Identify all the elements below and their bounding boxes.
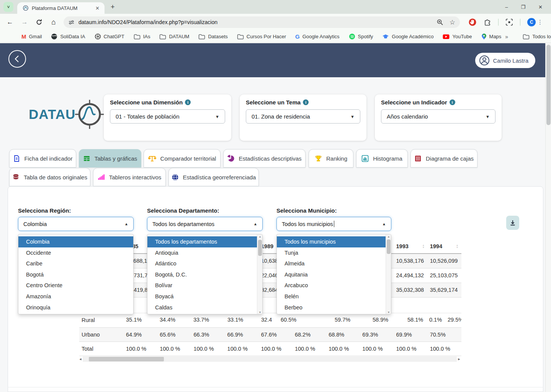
- scroll-down-icon[interactable]: ▼: [386, 310, 391, 314]
- chevron-up-icon: ▲: [382, 222, 386, 226]
- scroll-up-icon[interactable]: ▲: [386, 234, 391, 239]
- back-button[interactable]: [8, 50, 26, 68]
- dropdown-option[interactable]: Caldas: [147, 302, 262, 313]
- dropdown-option[interactable]: Colombia: [18, 236, 133, 247]
- all-bookmarks-button[interactable]: Todos los marcadores: [523, 34, 551, 40]
- tab-close-icon[interactable]: ✕: [94, 5, 101, 11]
- info-icon[interactable]: i: [303, 99, 309, 105]
- region-select[interactable]: Colombia▲: [18, 217, 134, 231]
- table-cell: 100.0 %: [225, 342, 259, 356]
- bookmark-youtube[interactable]: YouTube: [443, 34, 472, 39]
- dropdown-option[interactable]: Arcabuco: [277, 280, 391, 291]
- tema-select[interactable]: 01. Zona de residencia▼: [246, 109, 360, 124]
- scroll-up-icon[interactable]: ▲: [257, 234, 263, 239]
- dropdown-option[interactable]: Bolívar: [147, 280, 262, 291]
- bookmark-scholar[interactable]: Google Académico: [382, 34, 433, 39]
- tab-estadisticas-descriptivas[interactable]: Estadísticas descriptivas: [223, 149, 306, 168]
- dropdown-option[interactable]: Caribe: [18, 258, 133, 269]
- bookmark-folder-dataum[interactable]: DATAUM: [159, 34, 189, 40]
- bookmark-folder-ias[interactable]: IAs: [134, 34, 150, 40]
- tab-estadistica-georreferenciada[interactable]: Estadística georreferenciada: [168, 168, 259, 186]
- browser-tab[interactable]: Plataforma DATAUM ✕: [17, 2, 105, 14]
- page-scrollbar-thumb[interactable]: [546, 45, 551, 125]
- dropdown-scrollbar[interactable]: ▲▼: [386, 234, 391, 314]
- bookmark-analytics[interactable]: GGoogle Analytics: [295, 33, 340, 40]
- tab-tablas-graficas[interactable]: Tablas y gráficas: [79, 149, 141, 168]
- scroll-right-icon[interactable]: ►: [457, 357, 461, 361]
- table-horizontal-scrollbar[interactable]: ◄ ►: [78, 356, 461, 362]
- dropdown-option[interactable]: Caquetá: [147, 313, 262, 314]
- info-icon[interactable]: i: [185, 99, 191, 105]
- dropdown-option[interactable]: Centro Oriente: [18, 280, 133, 291]
- scrollbar-thumb[interactable]: [258, 240, 262, 256]
- dropdown-option[interactable]: Occidente: [18, 247, 133, 259]
- page-scrollbar[interactable]: [545, 43, 551, 392]
- dropdown-option[interactable]: Antioquia: [147, 247, 262, 259]
- scroll-down-icon[interactable]: ▼: [257, 310, 263, 314]
- year-column-header[interactable]: 1993: [394, 239, 428, 254]
- dropdown-option[interactable]: Belén: [277, 291, 391, 302]
- dropdown-option[interactable]: Berbeo: [277, 302, 391, 313]
- dropdown-option[interactable]: Todos los departamentos: [147, 236, 262, 247]
- tab-search-button[interactable]: ˅: [3, 2, 13, 12]
- minimize-button[interactable]: –: [505, 4, 508, 10]
- bookmark-folder-datasets[interactable]: Datasets: [198, 34, 227, 40]
- dropdown-option[interactable]: Atlántico: [147, 258, 262, 269]
- municipio-select[interactable]: Todos los municipios▲: [276, 217, 391, 231]
- bookmark-gmail[interactable]: MGmail: [21, 33, 42, 40]
- lens-capture-icon[interactable]: [505, 18, 513, 26]
- info-icon[interactable]: i: [450, 99, 455, 105]
- tab-comparador-territorial[interactable]: Comparador territorial: [144, 149, 221, 168]
- profile-avatar[interactable]: C: [527, 18, 536, 26]
- scroll-left-icon[interactable]: ◄: [78, 357, 83, 361]
- dropdown-option[interactable]: Bogotá, D.C.: [147, 269, 262, 280]
- bookmarks-overflow-chevron[interactable]: »: [505, 34, 508, 40]
- dropdown-option[interactable]: Orinoquía: [18, 302, 133, 313]
- forward-nav-icon[interactable]: →: [20, 18, 29, 26]
- dropdown-option[interactable]: Todos los municipios: [277, 236, 391, 247]
- new-tab-button[interactable]: +: [111, 3, 115, 11]
- bookmark-chatgpt[interactable]: ChatGPT: [95, 33, 124, 40]
- scrollbar-thumb[interactable]: [89, 357, 164, 361]
- site-settings-icon[interactable]: [68, 19, 75, 26]
- tab-tabla-datos-originales[interactable]: Tabla de datos originales: [9, 168, 90, 186]
- dropdown-option[interactable]: Almeida: [277, 258, 391, 269]
- departamento-select[interactable]: Todos los departamentos▲: [147, 217, 263, 231]
- user-button[interactable]: Camilo Lastra: [475, 53, 535, 68]
- url-bar[interactable]: dataum.info/NDO24/Plataforma/index.php?p…: [64, 16, 460, 28]
- dropdown-option[interactable]: Betéitiva: [277, 313, 391, 314]
- tab-histograma[interactable]: Histograma: [356, 149, 408, 168]
- dropdown-scrollbar[interactable]: ▲▼: [257, 234, 262, 314]
- zoom-page-icon[interactable]: [437, 19, 443, 26]
- home-icon[interactable]: ⌂: [49, 18, 58, 26]
- extensions-icon[interactable]: [484, 18, 491, 26]
- bookmark-star-icon[interactable]: ☆: [450, 18, 455, 26]
- scrollbar-thumb[interactable]: [387, 239, 391, 254]
- adblock-icon[interactable]: [468, 18, 477, 26]
- bookmark-spotify[interactable]: Spotify: [349, 33, 373, 40]
- scrollbar-track[interactable]: [83, 356, 457, 362]
- gmail-icon: M: [21, 33, 26, 40]
- tab-ranking[interactable]: Ranking: [309, 149, 353, 168]
- dropdown-option[interactable]: Boyacá: [147, 291, 262, 302]
- dropdown-option[interactable]: Aquitania: [277, 269, 391, 280]
- tab-tableros-interactivos[interactable]: Tableros interactivos: [93, 168, 166, 186]
- reload-icon[interactable]: [34, 18, 44, 26]
- tab-diagrama-cajas[interactable]: Diagrama de cajas: [410, 149, 477, 168]
- back-nav-icon[interactable]: ←: [5, 18, 15, 26]
- close-button[interactable]: ✕: [538, 4, 543, 10]
- maximize-button[interactable]: ❐: [521, 4, 525, 10]
- bookmark-maps[interactable]: Maps: [481, 33, 502, 40]
- year-column-header[interactable]: 1994: [428, 239, 461, 254]
- browser-menu-icon[interactable]: ⋮: [537, 19, 543, 26]
- dropdown-option[interactable]: Amazonía: [18, 291, 133, 302]
- bookmark-solidata[interactable]: SoliData IA: [51, 33, 85, 40]
- download-button[interactable]: [506, 216, 519, 230]
- data-table: 1985198619871988198919901991199219931994…: [79, 239, 461, 356]
- bookmark-folder-cursos[interactable]: Cursos Por Hacer: [237, 34, 286, 40]
- tab-ficha-indicador[interactable]: Ficha del indicador: [9, 149, 76, 168]
- indicador-select[interactable]: Años calendario▼: [381, 109, 495, 124]
- dropdown-option[interactable]: Tunja: [277, 247, 391, 259]
- dimension-select[interactable]: 01 - Totales de población▼: [110, 109, 225, 124]
- dropdown-option[interactable]: Bogotá: [18, 269, 133, 280]
